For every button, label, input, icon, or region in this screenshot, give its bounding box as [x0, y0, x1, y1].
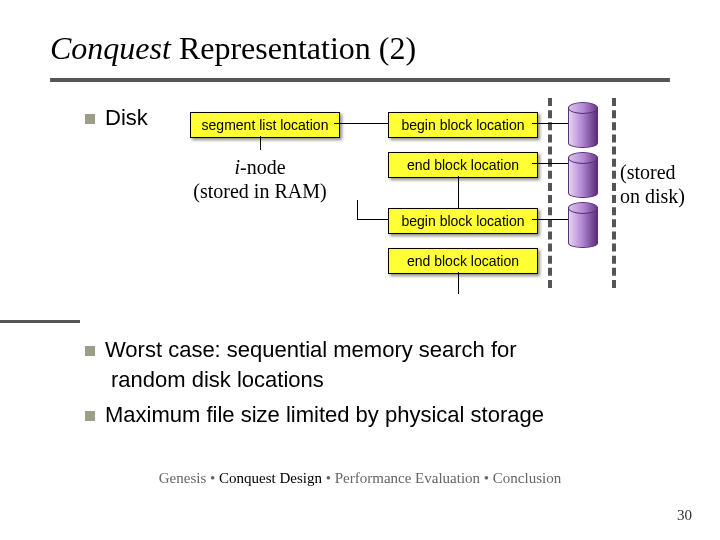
conn-seg-to-begin1	[334, 123, 388, 124]
worst-l2: random disk locations	[85, 365, 685, 395]
slide-title: Conquest Representation (2)	[50, 30, 416, 67]
crumb-conclusion: Conclusion	[493, 470, 561, 486]
title-italic: Conquest	[50, 30, 171, 66]
conn-begin1-to-cyl1	[532, 123, 568, 124]
title-rest: Representation (2)	[171, 30, 416, 66]
crumb-genesis: Genesis	[159, 470, 207, 486]
conn-brace-h	[357, 219, 388, 220]
bullet-disk-text: Disk	[105, 105, 148, 130]
stored-disk-l1: (stored	[620, 161, 676, 183]
conn-end1-to-cyl2	[532, 163, 568, 164]
disk-block-2	[568, 157, 596, 197]
page-number: 30	[677, 507, 692, 524]
crumb-sep: •	[206, 470, 219, 486]
disk-block-1	[568, 107, 596, 147]
box-begin-block-1-text: begin block location	[402, 117, 525, 133]
bullet-icon	[85, 411, 95, 421]
box-end-block-2-text: end block location	[407, 253, 519, 269]
box-begin-block-2-text: begin block location	[402, 213, 525, 229]
left-margin-bar	[0, 320, 80, 323]
inode-label: i-node (stored in RAM)	[175, 155, 345, 203]
conn-brace-v	[357, 200, 358, 220]
dashed-line-right	[612, 98, 616, 288]
conn-begin2-to-cyl3	[532, 219, 568, 220]
maxfs-text: Maximum file size limited by physical st…	[105, 402, 544, 427]
bullet-worst-case: Worst case: sequential memory search for…	[85, 335, 685, 394]
box-begin-block-2: begin block location	[388, 208, 538, 234]
crumb-sep: •	[322, 470, 335, 486]
conn-seg-down	[260, 136, 261, 150]
bullet-icon	[85, 114, 95, 124]
stored-disk-l2: on disk)	[620, 185, 685, 207]
worst-l1: Worst case: sequential memory search for	[105, 337, 517, 362]
dashed-line-left	[548, 98, 552, 288]
box-end-block-1: end block location	[388, 152, 538, 178]
lower-bullets: Worst case: sequential memory search for…	[85, 335, 685, 436]
crumb-conquest-design: Conquest Design	[219, 470, 322, 486]
crumb-perf-eval: Performance Evaluation	[335, 470, 480, 486]
conn-end2-down	[458, 272, 459, 294]
box-segment-list: segment list location	[190, 112, 340, 138]
bullet-disk: Disk	[85, 105, 148, 131]
bullet-max-fs: Maximum file size limited by physical st…	[85, 400, 685, 430]
conn-list-link	[458, 176, 459, 208]
crumb-sep: •	[480, 470, 493, 486]
inode-line2: (stored in RAM)	[193, 180, 326, 202]
bullet-icon	[85, 346, 95, 356]
box-segment-list-text: segment list location	[202, 117, 329, 133]
box-end-block-1-text: end block location	[407, 157, 519, 173]
stored-on-disk-label: (stored on disk)	[620, 160, 710, 208]
title-rule	[50, 78, 670, 82]
breadcrumb: Genesis • Conquest Design • Performance …	[0, 470, 720, 487]
box-begin-block-1: begin block location	[388, 112, 538, 138]
box-end-block-2: end block location	[388, 248, 538, 274]
disk-block-3	[568, 207, 596, 247]
inode-rest: -node	[240, 156, 286, 178]
slide: Conquest Representation (2) Disk segment…	[0, 0, 720, 540]
